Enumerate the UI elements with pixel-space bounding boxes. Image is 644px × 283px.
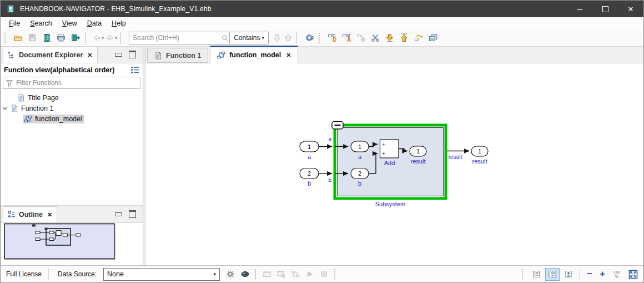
export-handbook-button[interactable] bbox=[69, 31, 82, 44]
close-button[interactable]: ✕ bbox=[618, 1, 643, 17]
menu-search[interactable]: Search bbox=[25, 18, 57, 28]
search-input[interactable] bbox=[129, 34, 221, 42]
show-annotations-button[interactable]: A bbox=[340, 31, 353, 44]
open-views-button[interactable] bbox=[426, 31, 440, 44]
data-lens-button[interactable] bbox=[239, 268, 251, 280]
menu-view[interactable]: View bbox=[57, 18, 82, 28]
chevron-down-icon: ▾ bbox=[214, 271, 217, 277]
add-label: Add bbox=[384, 160, 395, 166]
step-into-button[interactable] bbox=[383, 31, 396, 44]
toolbar-separator bbox=[319, 33, 323, 43]
tree-item-label: function_model bbox=[35, 115, 82, 123]
editor-tab-strip: Function 1 function_model ✕ bbox=[145, 47, 643, 63]
tab-document-explorer[interactable]: Document Explorer ✕ bbox=[3, 47, 98, 63]
single-page-icon bbox=[532, 270, 541, 279]
outport-label: result bbox=[472, 158, 487, 165]
model-browser-button[interactable] bbox=[303, 31, 316, 44]
menu-data[interactable]: Data bbox=[82, 18, 107, 28]
open-handbook-button[interactable] bbox=[40, 31, 53, 44]
forward-history-dropdown[interactable]: ▾ bbox=[115, 36, 117, 41]
reader-view-button[interactable] bbox=[561, 268, 576, 281]
hide-elements-button[interactable] bbox=[354, 31, 368, 44]
back-button[interactable] bbox=[92, 31, 102, 44]
save-button[interactable] bbox=[26, 31, 39, 44]
measure-button[interactable] bbox=[260, 268, 273, 280]
search-control: Contains ▾ bbox=[129, 32, 269, 44]
outline-icon bbox=[8, 211, 16, 219]
maximize-button[interactable] bbox=[592, 1, 618, 17]
data-source-select[interactable]: None ▾ bbox=[103, 268, 220, 281]
print-button[interactable] bbox=[54, 31, 68, 44]
step-out-button[interactable] bbox=[398, 31, 411, 44]
tree-item-function-1[interactable]: Function 1 bbox=[1, 103, 143, 113]
view-menu-icon[interactable] bbox=[130, 66, 139, 74]
cut-model-button[interactable] bbox=[369, 31, 382, 44]
editor-area: Function 1 function_model ✕ bbox=[145, 47, 643, 265]
toolbar-separator bbox=[120, 33, 124, 43]
show-data-button[interactable]: D bbox=[325, 31, 339, 44]
tree-item-label: Function 1 bbox=[21, 105, 53, 112]
menu-file[interactable]: File bbox=[4, 18, 25, 28]
menu-help[interactable]: Help bbox=[107, 18, 131, 28]
chevron-down-icon: ▾ bbox=[262, 35, 265, 41]
status-bar: Full License Data Source: None ▾ bbox=[1, 265, 643, 282]
outline-thumbnail-area[interactable] bbox=[1, 223, 143, 265]
outline-thumbnail bbox=[1, 223, 119, 263]
editor-tab-label: Function 1 bbox=[166, 52, 201, 59]
inner-inport-b-number: 2 bbox=[358, 170, 361, 177]
data-source-settings-button[interactable] bbox=[224, 268, 237, 280]
add-plus1: + bbox=[382, 141, 385, 148]
explorer-tab-strip: Document Explorer ✕ bbox=[1, 47, 143, 63]
previous-result-button[interactable] bbox=[283, 31, 293, 44]
tree-item-title-page[interactable]: Title Page bbox=[1, 92, 143, 103]
measure-remove-icon bbox=[276, 270, 286, 279]
model-canvas[interactable]: 1 a 2 b a b 1 a 2 b bbox=[145, 63, 643, 265]
yellow-down-arrow-icon bbox=[385, 33, 394, 42]
data-source-value: None bbox=[107, 270, 124, 278]
single-page-view-button[interactable] bbox=[529, 268, 544, 281]
tree-item-function-model[interactable]: function_model bbox=[1, 113, 143, 124]
open-document-button[interactable] bbox=[11, 31, 24, 44]
chevron-expanded-icon[interactable] bbox=[1, 106, 9, 111]
outline-panel-buttons bbox=[115, 210, 143, 222]
function-tree: Title Page Funct bbox=[1, 91, 143, 205]
maximize-panel-button[interactable] bbox=[129, 210, 136, 218]
play-button[interactable] bbox=[304, 268, 316, 280]
back-arrow-icon bbox=[92, 33, 101, 42]
svg-text:%: % bbox=[615, 274, 619, 279]
zoom-100-button[interactable]: 100 % bbox=[610, 268, 624, 281]
forward-button[interactable] bbox=[105, 31, 115, 44]
close-icon[interactable]: ✕ bbox=[47, 211, 52, 219]
split-view-button[interactable] bbox=[545, 268, 560, 281]
document-icon bbox=[154, 52, 162, 59]
tab-outline[interactable]: Outline ✕ bbox=[3, 206, 57, 222]
block-d-icon: D bbox=[328, 33, 337, 42]
tab-function-model[interactable]: function_model ✕ bbox=[210, 46, 298, 63]
menu-bar: File Search View Data Help bbox=[1, 17, 643, 29]
next-result-button[interactable] bbox=[272, 31, 282, 44]
search-mode-dropdown[interactable]: Contains ▾ bbox=[230, 34, 268, 42]
toolbar-separator bbox=[296, 33, 300, 43]
statusbar-separator bbox=[48, 269, 52, 279]
back-history-dropdown[interactable]: ▾ bbox=[102, 36, 104, 41]
lens-icon bbox=[240, 270, 250, 278]
fit-to-view-button[interactable] bbox=[626, 268, 640, 281]
stop-button[interactable] bbox=[318, 268, 330, 280]
close-icon[interactable]: ✕ bbox=[87, 52, 92, 59]
zoom-out-button[interactable]: − bbox=[584, 269, 595, 280]
minimize-panel-button[interactable] bbox=[115, 53, 122, 57]
minimize-button[interactable]: ─ bbox=[567, 1, 592, 17]
tab-function-1[interactable]: Function 1 bbox=[147, 48, 208, 63]
inner-outport-number: 1 bbox=[416, 148, 420, 155]
minimize-panel-button[interactable] bbox=[115, 212, 122, 216]
maximize-panel-button[interactable] bbox=[129, 51, 136, 58]
model-structure-button[interactable] bbox=[289, 268, 301, 280]
filter-functions-input[interactable] bbox=[14, 79, 140, 87]
reload-model-button[interactable] bbox=[412, 31, 425, 44]
close-icon[interactable]: ✕ bbox=[286, 52, 291, 59]
toolbar-separator bbox=[85, 33, 89, 43]
zoom-in-button[interactable]: + bbox=[597, 269, 608, 280]
subsystem-port-a-label: a bbox=[329, 136, 332, 142]
measure-remove-button[interactable] bbox=[275, 268, 287, 280]
maximize-icon bbox=[602, 6, 608, 12]
